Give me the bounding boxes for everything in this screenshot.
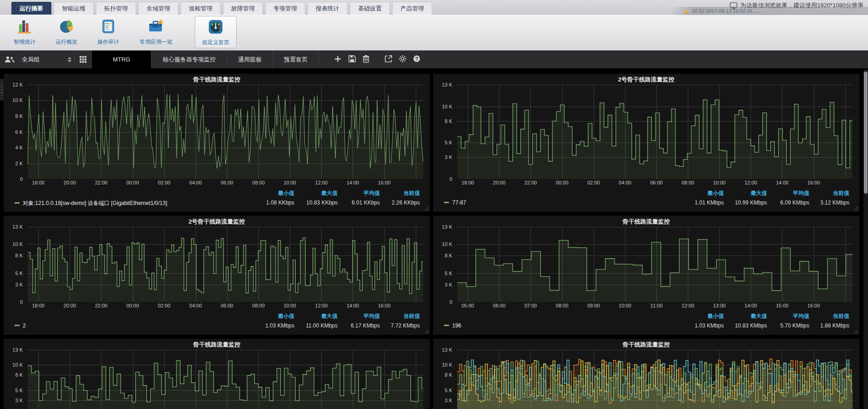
settings-button[interactable] <box>395 51 409 68</box>
panel-resize-grip[interactable] <box>857 209 858 210</box>
notice-text: 为达最佳浏览效果，建议使用1920*1080分辨率 <box>740 1 863 10</box>
nav-tab-5[interactable]: 巡检管理 <box>181 2 221 15</box>
toolbar-item-5[interactable]: 自定义首页 <box>195 16 237 48</box>
dashboard-tab-4[interactable]: 预置首页 <box>273 51 319 68</box>
stat-header: 平均值 <box>767 189 809 197</box>
x-tick-label: 10:00 <box>283 180 296 185</box>
x-tick-label: 14:00 <box>347 303 359 308</box>
y-tick-label: 5 K <box>444 140 452 145</box>
stat-value: 11.00 KMbps <box>296 322 338 329</box>
toolbar-item-2[interactable]: 运行概览 <box>45 15 87 48</box>
plot-area[interactable] <box>27 85 424 179</box>
legend-item[interactable]: 196 <box>444 322 461 329</box>
x-tick-label: 13:00 <box>713 303 726 308</box>
y-tick-label: 10 K <box>442 104 452 109</box>
legend-item[interactable]: 对象:121.0.0.16[sw-demo] 设备端口 [GigabitEthe… <box>15 199 167 207</box>
y-tick-label: 6 K <box>15 129 23 135</box>
panel-resize-grip[interactable] <box>857 332 858 333</box>
layout-grid-icon[interactable] <box>75 51 92 68</box>
x-tick-label: 08:00 <box>556 303 569 308</box>
y-tick-label: 4 K <box>15 145 23 150</box>
dashboard-actions: ? <box>319 51 424 68</box>
group-select-value: 全局组 <box>22 56 40 64</box>
y-axis-labels: 13 K10 K8 K5 K3 K0 <box>433 227 457 302</box>
legend-label: 77-87 <box>452 199 466 206</box>
select-arrows-icon <box>68 57 71 62</box>
y-tick-label: 13 K <box>442 82 452 87</box>
dashboard-tab-1[interactable]: MTRG <box>92 51 151 68</box>
legend-item[interactable]: 77-87 <box>444 199 466 206</box>
x-tick-label: 00:00 <box>126 303 139 308</box>
x-tick-label: 12:00 <box>315 180 328 185</box>
y-tick-label: 13 K <box>12 224 23 230</box>
stat-value: 5.70 KMbps <box>767 322 809 329</box>
x-tick-label: 07:00 <box>525 303 537 308</box>
plot-area[interactable] <box>457 85 853 179</box>
nav-tab-6[interactable]: 故障管理 <box>223 2 263 15</box>
nav-tab-9[interactable]: 基础设置 <box>350 2 390 15</box>
external-link-icon <box>385 55 392 64</box>
y-tick-label: 10 K <box>12 241 23 247</box>
x-axis-labels: 18:0020:0022:0000:0002:0004:0006:0008:00… <box>27 302 424 310</box>
toolbar-item-1[interactable]: 智维统计 <box>4 15 45 48</box>
x-tick-label: 18:00 <box>32 303 45 308</box>
x-tick-label: 04:00 <box>189 303 202 308</box>
y-axis-labels: 12 K10 K8 K6 K4 K2 K0 <box>4 85 27 179</box>
resolution-notice: 为达最佳浏览效果，建议使用1920*1080分辨率 <box>730 1 863 10</box>
main-nav-bar: 运行摘要智能运维拓扑管理全域管理巡检管理故障管理专项管理报表统计基础设置产品管理… <box>0 0 868 15</box>
plot-area[interactable] <box>27 350 424 409</box>
nav-tab-1[interactable]: 运行摘要 <box>11 2 51 15</box>
plot-area[interactable] <box>457 350 853 409</box>
save-button[interactable] <box>345 51 359 68</box>
stat-value: 1.03 KMbps <box>252 322 294 329</box>
panel-resize-grip[interactable] <box>427 209 428 210</box>
x-axis-labels: 05:0006:0007:0008:0009:0010:0011:0012:00… <box>457 302 853 310</box>
plot-area[interactable] <box>27 227 424 302</box>
audit-doc-icon <box>101 28 116 36</box>
nav-tab-4[interactable]: 全域管理 <box>138 2 178 15</box>
y-tick-label: 3 K <box>444 398 452 403</box>
group-select[interactable]: 全局组 <box>19 51 75 68</box>
nav-tab-7[interactable]: 专项管理 <box>265 2 305 15</box>
nav-tab-8[interactable]: 报表统计 <box>308 2 348 15</box>
stat-value: 10.83 KMbps <box>725 322 767 329</box>
svg-text:?: ? <box>415 56 418 61</box>
stat-header: 最小值 <box>682 189 724 197</box>
plot-area[interactable] <box>457 227 853 302</box>
legend-label: 196 <box>452 322 461 329</box>
x-tick-label: 06:00 <box>221 303 233 308</box>
x-tick-label: 10:00 <box>713 180 726 185</box>
toolbar-item-3[interactable]: 操作审计 <box>87 15 129 48</box>
stat-header: 平均值 <box>767 312 809 320</box>
y-tick-label: 5 K <box>15 271 23 276</box>
stat-header: 最小值 <box>682 312 724 320</box>
delete-button[interactable] <box>359 51 373 68</box>
briefcase-star-icon <box>148 28 164 36</box>
x-tick-label: 02:00 <box>587 180 600 185</box>
toolbar-item-4[interactable]: 常用应用一览 <box>129 15 183 48</box>
nav-tab-10[interactable]: 产品管理 <box>392 2 432 15</box>
x-tick-label: 22:00 <box>525 180 537 185</box>
add-button[interactable] <box>331 51 345 68</box>
help-button[interactable]: ? <box>409 51 424 68</box>
dashboard-tab-3[interactable]: 通用面板 <box>227 51 273 68</box>
nav-tab-2[interactable]: 智能运维 <box>54 2 94 15</box>
y-tick-label: 3 K <box>15 398 23 403</box>
y-tick-label: 5 K <box>444 271 452 276</box>
y-tick-label: 5 K <box>444 388 452 393</box>
x-tick-label: 06:00 <box>493 303 506 308</box>
legend-color-dash <box>15 325 20 326</box>
y-tick-label: 3 K <box>444 282 452 287</box>
stat-header: 当前值 <box>378 312 420 320</box>
nav-tab-3[interactable]: 拓扑管理 <box>96 2 136 15</box>
scrollbar-thumb[interactable] <box>864 72 868 194</box>
dashboard-tab-2[interactable]: 核心服务器专项监控 <box>151 51 227 68</box>
help-icon: ? <box>413 55 420 64</box>
panel-resize-grip[interactable] <box>427 332 428 333</box>
legend-color-dash <box>444 325 449 326</box>
legend-item[interactable]: 2 <box>15 322 26 329</box>
legend-label: 对象:121.0.0.16[sw-demo] 设备端口 [GigabitEthe… <box>23 200 167 206</box>
x-tick-label: 22:00 <box>95 180 108 185</box>
open-external-button[interactable] <box>381 51 395 68</box>
stat-value: 6.01 KKbps <box>338 199 380 206</box>
